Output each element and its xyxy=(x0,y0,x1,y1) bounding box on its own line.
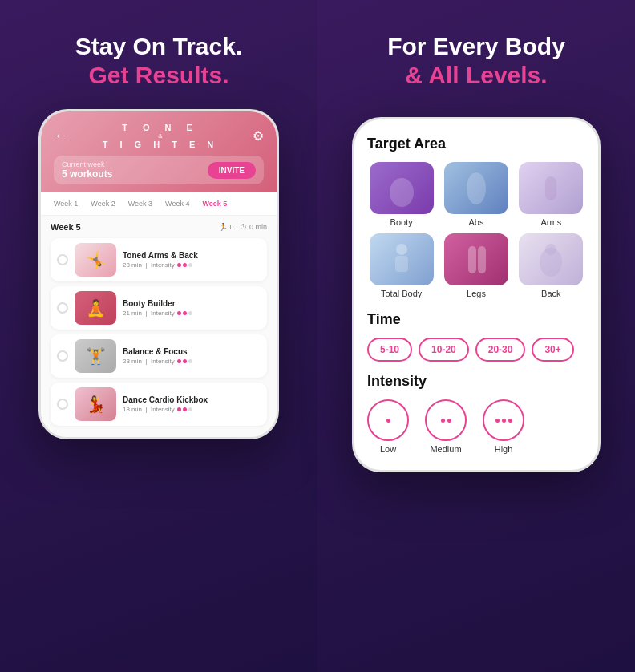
app-tone: T O N E xyxy=(122,123,199,132)
workout-meta-2: 21 min | Intensity xyxy=(123,310,261,317)
left-headline-pink: Get Results. xyxy=(88,61,229,90)
current-week-info: Current week 5 workouts xyxy=(62,160,112,180)
time-pill-20-30[interactable]: 20-30 xyxy=(475,338,526,362)
back-label: Back xyxy=(541,289,560,298)
time-pill-30plus[interactable]: 30+ xyxy=(532,338,573,362)
workout-thumb-1: 🤸 xyxy=(75,243,116,277)
intensity-dots-2 xyxy=(177,311,192,315)
workout-meta-1: 23 min | Intensity xyxy=(123,261,261,269)
time-pills: 5-10 10-20 20-30 30+ xyxy=(367,338,585,362)
workout-name-1: Toned Arms & Back xyxy=(123,251,261,260)
target-item-back[interactable]: Back xyxy=(517,233,585,298)
svg-point-8 xyxy=(545,244,556,255)
intensity-dots-4 xyxy=(177,407,192,411)
workout-meta-3: 23 min | Intensity xyxy=(123,358,261,365)
week-tab-4[interactable]: Week 4 xyxy=(160,197,194,210)
week-title-row: Week 5 🏃 0 ⏱ 0 min xyxy=(51,222,267,232)
workout-thumb-3: 🏋 xyxy=(75,339,116,373)
radio-circle-1[interactable] xyxy=(57,254,68,265)
left-headline-white: Stay On Track. xyxy=(75,32,242,61)
week-tab-5[interactable]: Week 5 xyxy=(197,197,232,210)
stats-time: ⏱ 0 min xyxy=(240,223,267,231)
right-phone-mockup: Target Area Booty Abs Arms xyxy=(352,117,601,472)
invite-button[interactable]: INVITE xyxy=(208,162,256,179)
intensity-dots-1 xyxy=(177,263,192,267)
workout-item-4[interactable]: 💃 Dance Cardio Kickbox 18 min | Intensit… xyxy=(51,383,267,426)
right-headline-pink: & All Levels. xyxy=(405,61,547,90)
week-tab-2[interactable]: Week 2 xyxy=(86,197,119,210)
intensity-circle-medium xyxy=(425,399,467,441)
app-tighten: T I G H T E N xyxy=(103,140,219,149)
target-item-total[interactable]: Total Body xyxy=(367,233,435,298)
stats-exercises: 🏃 0 xyxy=(219,223,234,231)
right-panel: For Every Body & All Levels. Target Area… xyxy=(318,0,635,672)
workout-info-1: Toned Arms & Back 23 min | Intensity xyxy=(123,251,261,269)
target-grid: Booty Abs Arms Total Body xyxy=(367,162,585,298)
booty-label: Booty xyxy=(390,217,413,227)
week-title: Week 5 xyxy=(51,222,81,232)
workout-count: 5 workouts xyxy=(62,168,112,180)
svg-point-1 xyxy=(467,172,486,204)
week-tabs: Week 1 Week 2 Week 3 Week 4 Week 5 xyxy=(41,192,277,216)
workout-item-2[interactable]: 🧘 Booty Builder 21 min | Intensity xyxy=(51,286,267,330)
intensity-label-medium: Medium xyxy=(430,444,461,454)
workout-meta-4: 18 min | Intensity xyxy=(123,406,261,413)
intensity-title: Intensity xyxy=(367,373,585,390)
time-pill-5-10[interactable]: 5-10 xyxy=(367,338,412,362)
svg-point-3 xyxy=(396,244,407,255)
radio-circle-3[interactable] xyxy=(57,350,68,362)
total-label: Total Body xyxy=(381,289,422,298)
target-item-booty[interactable]: Booty xyxy=(367,162,435,227)
intensity-item-medium[interactable]: Medium xyxy=(425,399,467,454)
week-content: Week 5 🏃 0 ⏱ 0 min 🤸 Toned Arms & Back 2… xyxy=(41,216,277,437)
workout-info-4: Dance Cardio Kickbox 18 min | Intensity xyxy=(123,395,261,413)
target-item-legs[interactable]: Legs xyxy=(442,233,510,298)
legs-thumb xyxy=(444,233,508,285)
workout-info-2: Booty Builder 21 min | Intensity xyxy=(123,299,261,317)
svg-rect-5 xyxy=(468,246,476,273)
intensity-label-high: High xyxy=(495,444,513,454)
target-area-title: Target Area xyxy=(367,136,585,152)
target-item-abs[interactable]: Abs xyxy=(442,162,510,227)
app-amp: & xyxy=(158,132,162,140)
workout-name-3: Balance & Focus xyxy=(123,347,261,356)
workout-thumb-2: 🧘 xyxy=(75,291,116,325)
radio-circle-4[interactable] xyxy=(57,399,68,410)
intensity-circle-high xyxy=(483,399,524,441)
workout-item-3[interactable]: 🏋 Balance & Focus 23 min | Intensity xyxy=(51,334,267,378)
intensity-dots-3 xyxy=(177,359,192,363)
workout-item-1[interactable]: 🤸 Toned Arms & Back 23 min | Intensity xyxy=(51,238,267,281)
filter-icon[interactable]: ⚙ xyxy=(253,128,264,144)
back-arrow-icon[interactable]: ← xyxy=(54,128,68,144)
radio-circle-2[interactable] xyxy=(57,302,68,314)
svg-rect-6 xyxy=(478,246,486,273)
time-title: Time xyxy=(367,311,585,328)
target-item-arms[interactable]: Arms xyxy=(517,162,585,227)
time-pill-10-20[interactable]: 10-20 xyxy=(419,338,469,362)
phone-header: ← T O N E & T I G H T E N ⚙ Current week… xyxy=(41,111,277,192)
svg-rect-4 xyxy=(395,256,408,272)
intensity-circle-low xyxy=(367,399,409,441)
week-tab-3[interactable]: Week 3 xyxy=(123,197,157,210)
intensity-options: Low Medium xyxy=(367,399,585,454)
abs-label: Abs xyxy=(469,217,484,227)
total-thumb xyxy=(370,233,434,285)
abs-thumb xyxy=(444,162,508,214)
legs-label: Legs xyxy=(467,289,486,298)
intensity-section: Intensity Low xyxy=(367,373,585,454)
arms-thumb xyxy=(519,162,583,214)
time-section: Time 5-10 10-20 20-30 30+ xyxy=(367,311,585,362)
workout-thumb-4: 💃 xyxy=(75,387,116,421)
left-phone-mockup: ← T O N E & T I G H T E N ⚙ Current week… xyxy=(38,109,279,439)
svg-point-0 xyxy=(390,178,414,207)
back-thumb xyxy=(519,233,583,285)
current-week-row: Current week 5 workouts INVITE xyxy=(54,156,264,184)
week-stats: 🏃 0 ⏱ 0 min xyxy=(219,223,267,231)
app-logo: T O N E & T I G H T E N xyxy=(103,123,219,149)
intensity-item-low[interactable]: Low xyxy=(367,399,409,454)
week-tab-1[interactable]: Week 1 xyxy=(49,197,83,210)
right-headline-white: For Every Body xyxy=(387,32,565,61)
current-week-label: Current week xyxy=(62,160,112,168)
left-panel: Stay On Track. Get Results. ← T O N E & … xyxy=(0,0,318,672)
intensity-item-high[interactable]: High xyxy=(483,399,524,454)
